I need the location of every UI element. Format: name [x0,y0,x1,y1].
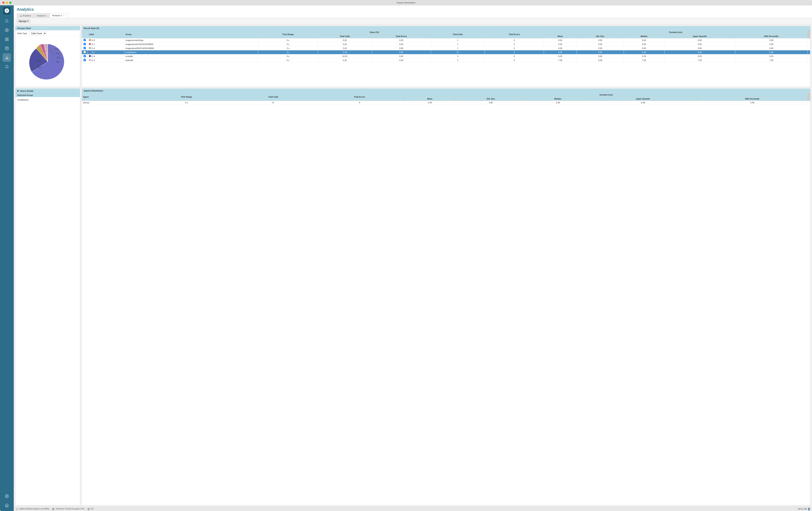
th-total-errors: Total Errors [485,30,544,38]
groups-chart-header: Groups Chart [16,26,80,30]
total-calls-cell: 27 [431,50,485,54]
grid-icon [5,37,9,41]
enabled-cell [82,58,88,62]
th-upper-quartile: Upper Quartile [664,34,735,38]
svg-point-17 [6,496,7,497]
agent-spacer-cell [808,101,810,104]
th-duration: Duration [ms] [544,30,807,34]
spacer-cell [808,54,810,58]
query-details-header: ▶ Query Details [16,89,80,93]
color-indicator [89,39,91,41]
groups-chart-content: Data Type: Calls Count [16,30,80,87]
database-icon [5,47,9,50]
page-title: Analytics [17,7,809,12]
sidebar-item-settings[interactable] [3,492,11,500]
mean-cell: 8.50 [544,38,577,42]
p90-cell: 7.00 [735,58,807,62]
median-cell: 6.00 [624,46,664,50]
spacer-cell [808,58,810,62]
enabled-checkbox[interactable] [84,39,86,41]
enabled-checkbox[interactable] [84,59,86,61]
minimize-button[interactable] [6,2,8,4]
search-icon [5,19,9,23]
sidebar [0,5,14,511]
result-stats-row[interactable]: G-4 images/prod/9/4/C/A/94CA0B48 0 s 2.6… [82,46,810,50]
sidebar-item-target[interactable] [3,26,11,34]
group-cell: styles/kk [124,58,258,62]
status-left: debian [fs2demo.flopsar.com:9000] Timezo… [16,508,94,510]
link-icon [16,508,18,510]
spacer-cell [808,50,810,54]
enabled-checkbox[interactable] [84,47,86,49]
sidebar-item-database[interactable] [3,44,11,53]
group-cell: script/kk [124,54,258,58]
p90-cell: 8.50 [735,38,807,42]
share-total-calls-cell: 10.53 [318,54,372,58]
th-agent: Agent [82,93,141,101]
result-stats-row[interactable]: G-2 script/jquery 0 s 71.05 0.00 27 0 6.… [82,50,810,54]
sidebar-item-chart[interactable] [3,53,11,62]
mean-cell: 5.50 [544,42,577,46]
sidebar-item-bell[interactable] [3,63,11,71]
globe-icon [52,508,54,510]
enabled-cell [82,42,88,46]
enabled-checkbox[interactable] [84,43,86,45]
group-cell: script/jquery [124,50,258,54]
th-agent-duration: Duration [ms] [405,93,807,97]
total-errors-cell: 0 [485,50,544,54]
pie-label-g1: G-1 [56,52,59,54]
label-cell: G-1 [88,42,124,46]
tab-close-button[interactable]: × [63,14,65,17]
tab-analysis-2[interactable]: Analysis-2 × [50,13,68,18]
spacer-cell [808,38,810,42]
th-agent-mean: Mean [405,97,455,101]
close-button[interactable] [2,2,5,4]
enabled-checkbox[interactable] [84,55,86,57]
th-share: Share [%] [318,30,431,34]
time-range-cell: 0 s [258,58,318,62]
result-stats-row[interactable]: G-1 images/prod/2/1/E/0/21E06B3C 0 s 5.2… [82,42,810,46]
label-cell: G-5 [88,54,124,58]
time-range-cell: 0 s [258,38,318,42]
enabled-checkbox[interactable] [84,51,86,53]
result-stats-row[interactable]: G-3 styles/kk 0 s 5.26 0.00 2 0 7.00 0.0… [82,58,810,62]
agent-median-cell: 6.48 [527,101,589,104]
pie-chart: G-2 G-5 G-6 [27,41,69,83]
total-errors-cell: 0 [485,42,544,46]
share-total-errors-cell: 0.00 [372,50,431,54]
tab-analysis-1[interactable]: Analysis-1 [34,13,50,18]
agents-row[interactable]: 2kona1 0 s 27 0 6.48 0.00 6.48 6.48 6.48 [82,101,810,104]
th-enabled [82,30,88,38]
agent-mean-cell: 6.48 [405,101,455,104]
std-dev-cell: 0.00 [577,42,624,46]
agents-header: Agents Distribution [82,89,810,93]
bar-chart-icon [5,56,9,59]
result-stats-row[interactable]: G-6 images/content/logo 0 s 5.26 0.00 2 … [82,38,810,42]
result-stats-body: G-6 images/content/logo 0 s 5.26 0.00 2 … [82,38,810,62]
upper-quartile-cell: 7.00 [664,58,735,62]
timezone-info: Timezone: Central European Time [52,508,85,510]
label-cell: G-6 [88,38,124,42]
selected-group-value: script/jquery [16,97,80,102]
agent-cell: 2kona1 [82,101,141,104]
svg-rect-11 [5,40,7,41]
maximize-button[interactable] [9,2,11,4]
manage-button[interactable]: Manage ▾ [17,19,31,23]
sidebar-item-home[interactable] [3,501,11,509]
group-cell: images/content/logo [124,38,258,42]
group-cell: images/prod/2/1/E/0/21E06B3C [124,42,258,46]
th-agent-std-dev: Std. Dev. [455,97,527,101]
share-total-errors-cell: 0.00 [372,46,431,50]
tab-analytics[interactable]: Analytics [17,13,34,18]
result-stats-row[interactable]: G-5 script/kk 0 s 10.53 0.00 4 0 8.25 0.… [82,54,810,58]
data-type-select[interactable]: Calls Count [29,31,46,35]
groups-chart-panel: Groups Chart Data Type: Calls Count [15,26,80,87]
expand-arrow-icon[interactable]: ▶ [17,90,19,92]
share-total-errors-cell: 0.00 [372,38,431,42]
sidebar-item-grid[interactable] [3,35,11,43]
result-stats-header: Result Stats [6] [82,26,810,30]
color-indicator [89,43,91,45]
toolbar: Manage ▾ [14,18,812,24]
sidebar-item-search[interactable] [3,17,11,25]
total-calls-cell: 4 [431,54,485,58]
